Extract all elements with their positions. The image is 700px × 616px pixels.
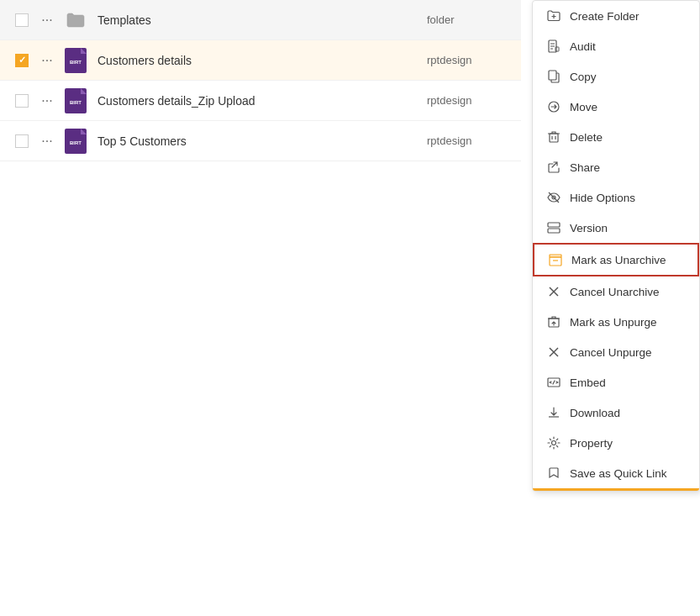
menu-item-create-folder[interactable]: Create Folder <box>533 1 699 31</box>
file-name-customers-details: Customers details <box>91 54 427 67</box>
file-type-top5: rptdesign <box>427 134 511 147</box>
menu-item-delete[interactable]: Delete <box>533 122 699 152</box>
svg-rect-18 <box>550 257 561 266</box>
file-type-customers-zip: rptdesign <box>427 94 511 107</box>
svg-rect-19 <box>550 255 561 257</box>
svg-rect-10 <box>550 134 558 142</box>
menu-item-save-as-quick-link[interactable]: Save as Quick Link <box>533 458 699 491</box>
rpt-icon-top5: BIRT <box>65 129 87 154</box>
more-menu-top5[interactable]: ··· <box>34 134 61 149</box>
menu-label-copy: Copy <box>570 71 686 83</box>
more-menu-templates[interactable]: ··· <box>34 13 61 28</box>
menu-label-hide-options: Hide Options <box>570 192 686 204</box>
rpt-icon-text: BIRT <box>70 60 82 65</box>
move-icon <box>546 99 561 114</box>
unpurge-icon <box>546 314 561 329</box>
audit-icon <box>546 39 561 54</box>
menu-label-move: Move <box>570 101 686 113</box>
rpt-icon-zip: BIRT <box>65 88 87 113</box>
menu-label-version: Version <box>570 222 686 234</box>
icon-customers-zip: BIRT <box>61 88 91 113</box>
folder-plus-icon <box>546 8 561 24</box>
menu-item-share[interactable]: Share <box>533 152 699 182</box>
rpt-icon-zip-text: BIRT <box>70 100 82 105</box>
rpt-icon: BIRT <box>65 48 87 73</box>
svg-rect-16 <box>548 223 560 227</box>
hide-icon <box>546 190 561 205</box>
menu-item-hide-options[interactable]: Hide Options <box>533 182 699 213</box>
menu-item-version[interactable]: Version <box>533 213 699 243</box>
context-menu: Create Folder Audit Copy Move <box>532 0 700 492</box>
menu-label-audit: Audit <box>570 40 686 53</box>
file-name-customers-zip: Customers details_Zip Upload <box>91 94 427 108</box>
checkbox-templates-box[interactable] <box>15 13 29 27</box>
menu-label-download: Download <box>570 407 686 419</box>
svg-point-29 <box>552 441 556 445</box>
property-icon <box>546 435 561 450</box>
file-type-templates: folder <box>427 13 511 26</box>
file-type-customers-details: rptdesign <box>427 54 511 66</box>
menu-label-mark-as-unarchive: Mark as Unarchive <box>571 254 684 266</box>
file-name-top5: Top 5 Customers <box>91 134 427 148</box>
menu-item-mark-as-unpurge[interactable]: Mark as Unpurge <box>533 307 699 337</box>
checkbox-customers-details-box[interactable] <box>15 54 29 67</box>
menu-item-move[interactable]: Move <box>533 92 699 122</box>
share-icon <box>546 160 561 175</box>
menu-label-delete: Delete <box>570 131 686 144</box>
file-row-top5[interactable]: ··· BIRT Top 5 Customers rptdesign <box>0 121 521 161</box>
checkbox-templates[interactable] <box>10 13 34 27</box>
archive-icon <box>548 252 563 267</box>
menu-label-save-as-quick-link: Save as Quick Link <box>570 467 686 480</box>
version-icon <box>546 220 561 235</box>
checkbox-top5[interactable] <box>10 134 34 148</box>
checkbox-top5-box[interactable] <box>15 134 29 148</box>
file-row-customers-zip[interactable]: ··· BIRT Customers details_Zip Upload rp… <box>0 81 521 121</box>
bookmark-icon <box>546 466 561 481</box>
menu-label-create-folder: Create Folder <box>570 10 686 23</box>
folder-icon <box>66 12 86 29</box>
main-content: ··· Templates folder ··· BIRT Customers … <box>0 0 700 616</box>
menu-item-audit[interactable]: Audit <box>533 31 699 61</box>
menu-label-property: Property <box>570 437 686 450</box>
menu-label-cancel-unarchive: Cancel Unarchive <box>570 286 686 298</box>
embed-icon <box>546 375 561 390</box>
menu-item-mark-as-unarchive[interactable]: Mark as Unarchive <box>533 243 699 276</box>
menu-item-download[interactable]: Download <box>533 398 699 428</box>
download-icon <box>546 405 561 420</box>
x-icon-unpurge <box>546 345 561 360</box>
checkbox-customers-zip-box[interactable] <box>15 94 29 108</box>
copy-icon <box>546 69 561 84</box>
svg-rect-8 <box>549 71 556 80</box>
svg-rect-17 <box>548 229 560 233</box>
menu-item-embed[interactable]: Embed <box>533 367 699 398</box>
more-menu-customers-zip[interactable]: ··· <box>34 93 61 108</box>
menu-item-copy[interactable]: Copy <box>533 61 699 92</box>
icon-customers-details: BIRT <box>61 48 91 73</box>
menu-item-property[interactable]: Property <box>533 428 699 458</box>
icon-templates <box>61 12 91 29</box>
checkbox-customers-details[interactable] <box>10 54 34 67</box>
file-list: ··· Templates folder ··· BIRT Customers … <box>0 0 521 161</box>
x-icon-unarchive <box>546 284 561 299</box>
menu-label-cancel-unpurge: Cancel Unpurge <box>570 346 686 359</box>
menu-item-cancel-unpurge[interactable]: Cancel Unpurge <box>533 337 699 367</box>
icon-top5: BIRT <box>61 129 91 154</box>
menu-label-mark-as-unpurge: Mark as Unpurge <box>570 316 686 329</box>
file-row-templates[interactable]: ··· Templates folder <box>0 0 521 40</box>
checkbox-customers-zip[interactable] <box>10 94 34 108</box>
menu-item-cancel-unarchive[interactable]: Cancel Unarchive <box>533 276 699 307</box>
rpt-icon-top5-text: BIRT <box>70 140 82 145</box>
file-name-templates: Templates <box>91 13 427 27</box>
more-menu-customers-details[interactable]: ··· <box>34 53 61 68</box>
menu-label-embed: Embed <box>570 376 686 389</box>
trash-icon <box>546 129 561 145</box>
file-row-customers-details[interactable]: ··· BIRT Customers details rptdesign <box>0 40 521 81</box>
menu-label-share: Share <box>570 161 686 174</box>
